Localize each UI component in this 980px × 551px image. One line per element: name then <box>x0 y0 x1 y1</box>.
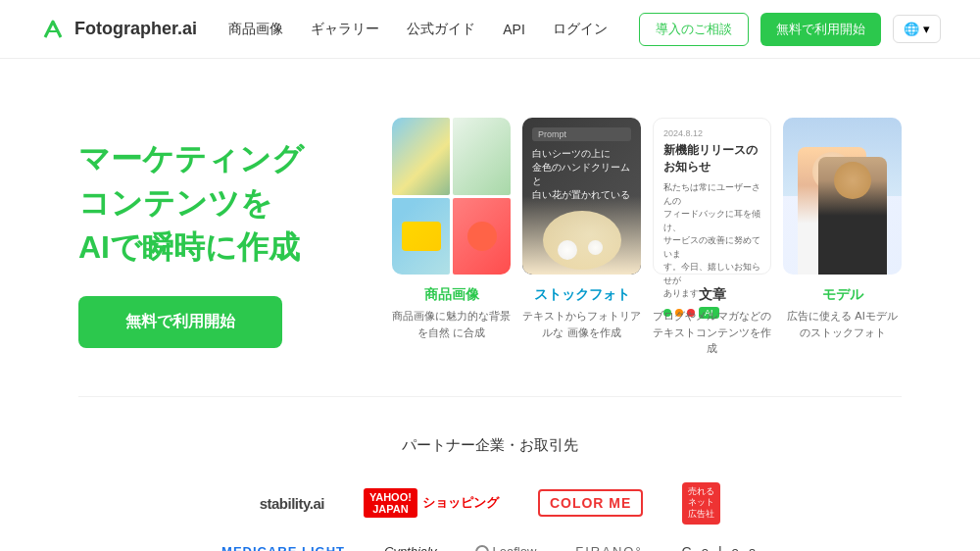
feature-cards: 商品画像 商品画像に魅力的な背景を自然 に合成 Prompt 白いシーツの上に金… <box>392 118 902 357</box>
logo-text: Fotographer.ai <box>74 19 197 39</box>
medicare-text: MEDICARE LIGHT <box>221 544 345 551</box>
free-trial-button[interactable]: 無料で利用開始 <box>760 13 881 46</box>
stock-card-image: Prompt 白いシーツの上に金色のハンドクリームと白い花が置かれている <box>522 118 641 275</box>
nav-login[interactable]: ログイン <box>553 21 608 38</box>
leaflow-icon <box>475 545 489 551</box>
product-card-image <box>392 118 511 275</box>
hero-title: マーケティング コンテンツを AIで瞬時に作成 <box>78 137 353 269</box>
partner-yahoo[interactable]: YAHOO!JAPAN ショッピング <box>364 488 499 518</box>
model-card: モデル 広告に使える AIモデルのストックフォト <box>783 118 902 357</box>
article-card-title: 文章 <box>699 286 726 304</box>
globe-icon: 🌐 <box>904 22 919 36</box>
header-actions: 導入のご相談 無料で利用開始 🌐 ▾ <box>639 13 941 46</box>
partners-grid: stability.ai YAHOO!JAPAN ショッピング COLOR ME… <box>78 482 902 552</box>
colorme-text: COLOR ME <box>550 495 631 511</box>
stock-card-title: ストックフォト <box>534 286 630 304</box>
consult-button[interactable]: 導入のご相談 <box>639 13 749 46</box>
partners-row-1: stability.ai YAHOO!JAPAN ショッピング COLOR ME… <box>260 482 721 525</box>
partner-cynthialy[interactable]: Cynthialy <box>384 544 436 551</box>
product-img-2 <box>453 118 511 195</box>
article-title: 新機能リリースのお知らせ <box>663 142 760 175</box>
partner-medicare[interactable]: MEDICARE LIGHT <box>221 544 345 551</box>
model-card-title: モデル <box>822 286 863 304</box>
urenai-box: 売れるネット広告社 <box>682 482 720 525</box>
firano-text: FIRANO° <box>575 544 642 551</box>
product-card-desc: 商品画像に魅力的な背景を自然 に合成 <box>392 308 511 340</box>
article-card-desc: ブログやメルマガなどの テキストコンテンツを作成 <box>653 308 771 357</box>
stability-text: stability.ai <box>260 495 324 512</box>
language-button[interactable]: 🌐 ▾ <box>893 15 941 43</box>
header: Fotographer.ai 商品画像 ギャラリー 公式ガイド API ログイン… <box>0 0 980 59</box>
model-card-desc: 広告に使える AIモデルのストックフォト <box>783 308 902 340</box>
nav-api[interactable]: API <box>503 22 525 37</box>
main-nav: 商品画像 ギャラリー 公式ガイド API ログイン <box>228 21 608 38</box>
partners-section: パートナー企業・お取引先 stability.ai YAHOO!JAPAN ショ… <box>0 397 980 552</box>
hero-text: マーケティング コンテンツを AIで瞬時に作成 無料で利用開始 <box>78 118 353 348</box>
partner-leaflow[interactable]: Leaflow <box>475 544 536 551</box>
hero-free-button[interactable]: 無料で利用開始 <box>78 296 282 348</box>
hero-title-line1: マーケティング <box>78 141 304 176</box>
product-img-1 <box>392 118 450 195</box>
cynthialy-text: Cynthialy <box>384 544 436 551</box>
model-person-2 <box>818 157 887 275</box>
hero-section: マーケティング コンテンツを AIで瞬時に作成 無料で利用開始 <box>0 59 980 396</box>
partners-title: パートナー企業・お取引先 <box>78 436 902 455</box>
partner-colorme[interactable]: COLOR ME <box>538 489 643 517</box>
article-date: 2024.8.12 <box>663 128 760 138</box>
article-card-image: 2024.8.12 新機能リリースのお知らせ 私たちは常にユーザーさんのフィード… <box>653 118 771 275</box>
product-img-4 <box>453 198 511 276</box>
prompt-label: Prompt <box>532 127 631 141</box>
partner-stability[interactable]: stability.ai <box>260 495 324 512</box>
nav-guide[interactable]: 公式ガイド <box>407 21 475 38</box>
product-card-title: 商品画像 <box>424 286 479 304</box>
partners-row-2: MEDICARE LIGHT Cynthialy Leaflow FIRANO°… <box>221 544 759 551</box>
yahoo-box: YAHOO!JAPAN <box>364 488 417 518</box>
nav-gallery[interactable]: ギャラリー <box>311 21 379 38</box>
logo-icon <box>39 16 67 43</box>
nav-product-image[interactable]: 商品画像 <box>228 21 283 38</box>
logo[interactable]: Fotographer.ai <box>39 16 197 43</box>
stock-card: Prompt 白いシーツの上に金色のハンドクリームと白い花が置かれている ストッ… <box>522 118 641 357</box>
article-card: 2024.8.12 新機能リリースのお知らせ 私たちは常にユーザーさんのフィード… <box>653 118 771 357</box>
chevron-down-icon: ▾ <box>923 22 930 36</box>
hero-title-line2: コンテンツを <box>78 185 272 221</box>
hero-title-line3: AIで瞬時に作成 <box>78 229 300 265</box>
prompt-text: 白いシーツの上に金色のハンドクリームと白い花が置かれている <box>532 147 631 202</box>
yahoo-shopping: ショッピング <box>422 494 499 512</box>
celes-text: C e l e s <box>682 544 759 551</box>
partner-urenai[interactable]: 売れるネット広告社 <box>682 482 720 525</box>
stock-card-desc: テキストからフォトリアルな 画像を作成 <box>522 308 641 340</box>
partner-firano[interactable]: FIRANO° <box>575 544 642 551</box>
article-body: 私たちは常にユーザーさんのフィードバックに耳を傾け、サービスの改善に努めています… <box>663 181 760 301</box>
product-card: 商品画像 商品画像に魅力的な背景を自然 に合成 <box>392 118 511 357</box>
partner-celes[interactable]: C e l e s <box>682 544 759 551</box>
model-card-image <box>783 118 902 275</box>
product-img-3 <box>392 198 450 276</box>
stock-overlay <box>522 196 641 275</box>
leaflow-text: Leaflow <box>492 544 536 551</box>
